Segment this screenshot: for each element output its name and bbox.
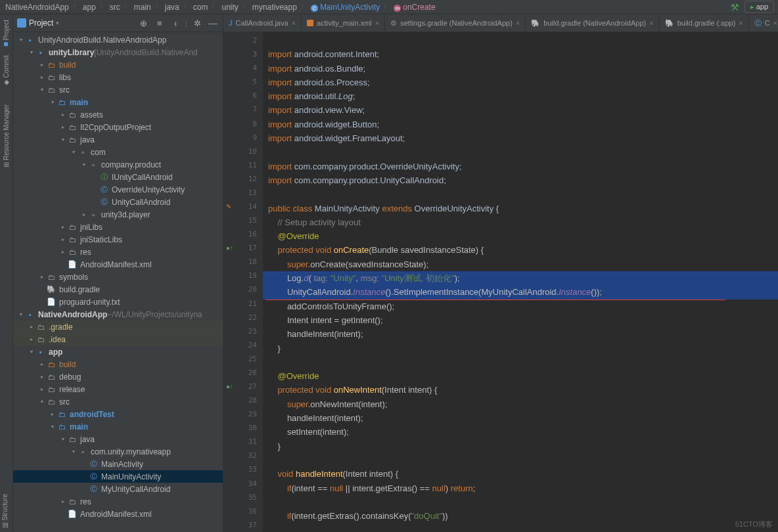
tree-row[interactable]: ▸🗀build <box>13 358 223 370</box>
code-line[interactable]: super.onNewIntent(intent); <box>263 397 778 411</box>
gutter-line[interactable]: 15 <box>223 213 262 227</box>
code-line[interactable] <box>263 355 778 369</box>
tree-row[interactable]: 📄AndroidManifest.xml <box>13 258 223 271</box>
tree-row[interactable]: ▸🗀libs <box>13 71 223 83</box>
close-icon[interactable]: × <box>739 19 743 27</box>
code-line[interactable] <box>263 453 778 467</box>
tree-row[interactable]: ▸🗀androidTest <box>13 408 223 420</box>
gutter-line[interactable]: 13 <box>223 186 262 200</box>
tree-row[interactable]: ⒸMyUnityCallAndroid <box>13 483 223 495</box>
tree-row[interactable]: ⒸUnityCallAndroid <box>13 196 223 208</box>
gutter-line[interactable]: 31 <box>223 435 262 449</box>
code-line[interactable]: ⊟ void handleIntent(Intent intent) { <box>263 467 778 481</box>
gutter-line[interactable]: 32 <box>223 449 262 462</box>
tree-row[interactable]: ▾▪NativeAndroidApp ~/WL/UnityProjects/un… <box>13 308 223 321</box>
code-line[interactable]: } <box>263 439 778 453</box>
gutter-line[interactable]: 18 <box>223 255 262 269</box>
tree-row[interactable]: ▾▫com <box>13 146 223 158</box>
gutter-line[interactable]: 10 <box>223 144 262 158</box>
editor-tab[interactable]: ⒸC× <box>749 14 778 32</box>
gutter-line[interactable]: 23 <box>223 324 262 338</box>
code-line[interactable] <box>263 33 778 47</box>
tree-row[interactable]: ⒸMainUnityActivity <box>13 470 223 483</box>
close-icon[interactable]: × <box>375 19 379 27</box>
tree-row[interactable]: ▾🗀main <box>13 420 223 433</box>
gutter-line[interactable]: 25 <box>223 352 262 366</box>
close-icon[interactable]: × <box>292 19 296 27</box>
gutter-line[interactable]: 11 <box>223 158 262 172</box>
gutter-line[interactable]: ●↑17 <box>223 241 262 255</box>
tree-row[interactable]: ▾▫company.product <box>13 158 223 171</box>
gutter-line[interactable]: 16 <box>223 227 262 241</box>
code-editor[interactable]: import android.content.Intent;import and… <box>263 32 778 532</box>
gutter-line[interactable]: 12 <box>223 172 262 186</box>
tree-row[interactable]: ▾▪UnityAndroidBuild.NativeAndroidApp <box>13 33 223 46</box>
code-line[interactable]: if(intent.getExtras().containsKey("doQui… <box>263 509 778 523</box>
tree-row[interactable]: ▸🗀assets <box>13 108 223 121</box>
code-line[interactable]: @Override <box>263 369 778 383</box>
gutter-line[interactable]: 6 <box>223 89 262 102</box>
close-icon[interactable]: × <box>649 19 653 27</box>
code-line[interactable]: ⊟public class MainUnityActivity extends … <box>263 202 778 215</box>
gutter-line[interactable]: 4 <box>223 61 262 75</box>
gutter-line[interactable]: 37 <box>223 518 262 532</box>
code-line[interactable] <box>263 187 778 201</box>
tree-row[interactable]: 📄proguard-unity.txt <box>13 296 223 308</box>
code-line[interactable]: @Override <box>263 229 778 243</box>
code-line[interactable]: import android.widget.FrameLayout; <box>263 131 778 145</box>
tree-row[interactable]: ▾▪app <box>13 345 223 358</box>
code-line[interactable]: Intent intent = getIntent(); <box>263 313 778 327</box>
gutter-line[interactable]: 21 <box>223 296 262 310</box>
tree-row[interactable]: ⒸMainActivity <box>13 458 223 470</box>
code-line[interactable]: ⊟ protected void onNewIntent(Intent inte… <box>263 383 778 397</box>
tree-row[interactable]: ▾🗀src <box>13 83 223 96</box>
sidebar-title[interactable]: Project ▾ <box>17 18 59 28</box>
editor-tab[interactable]: 🐘build.gradle (NativeAndroidApp)× <box>526 14 659 32</box>
project-tool-tab[interactable]: Project <box>1 17 11 49</box>
tree-row[interactable]: ⒾIUnityCallAndroid <box>13 171 223 183</box>
code-line[interactable]: import android.content.Intent; <box>263 47 778 61</box>
code-line[interactable]: setIntent(intent); <box>263 425 778 439</box>
close-icon[interactable]: × <box>516 19 520 27</box>
gutter-line[interactable]: 9 <box>223 131 262 144</box>
project-tree[interactable]: ▾▪UnityAndroidBuild.NativeAndroidApp▾▪un… <box>13 32 223 532</box>
hide-icon[interactable]: — <box>207 17 219 29</box>
gutter-line[interactable]: 5 <box>223 75 262 89</box>
tree-row[interactable]: ▾🗀java <box>13 433 223 445</box>
gutter-line[interactable]: 19 <box>223 269 262 282</box>
editor-tab[interactable]: activity_main.xml× <box>302 14 385 32</box>
editor-tab[interactable]: ⚙settings.gradle (NativeAndroidApp)× <box>385 14 526 32</box>
gutter-line[interactable]: 36 <box>223 504 262 518</box>
collapse-all-icon[interactable]: ⫞ <box>170 17 181 29</box>
gutter-line[interactable]: 20 <box>223 282 262 296</box>
gutter-line[interactable]: 22 <box>223 311 262 324</box>
tree-row[interactable]: ▾🗀src <box>13 395 223 408</box>
gutter-line[interactable]: 33 <box>223 462 262 476</box>
gutter-line[interactable]: 34 <box>223 477 262 491</box>
gutter-line[interactable]: ✎14 <box>223 200 262 213</box>
code-line[interactable]: import android.view.View; <box>263 103 778 117</box>
breadcrumb-item[interactable]: mynativeapp <box>251 3 298 12</box>
tree-row[interactable]: ▸🗀build <box>13 58 223 71</box>
editor-tabs[interactable]: JCallAndroid.java×activity_main.xml×⚙set… <box>223 14 778 32</box>
tree-row[interactable]: ▾🗀java <box>13 133 223 146</box>
gutter-line[interactable]: 24 <box>223 338 262 352</box>
code-line[interactable]: // Setup activity layout <box>263 215 778 229</box>
code-line[interactable]: 💡 UnityCallAndroid.Instance().SetImpleme… <box>263 285 778 299</box>
gutter-line[interactable]: 35 <box>223 491 262 504</box>
code-line[interactable]: import android.widget.Button; <box>263 118 778 131</box>
breadcrumb-item[interactable]: unity <box>220 3 239 12</box>
gutter-line[interactable]: 3 <box>223 47 262 61</box>
gutter-line[interactable]: 26 <box>223 366 262 380</box>
code-line[interactable]: super.onCreate(savedInstanceState); <box>263 257 778 271</box>
gutter-line[interactable]: ●↑27 <box>223 380 262 393</box>
tree-row[interactable]: ▸🗀debug <box>13 370 223 383</box>
breadcrumb-item[interactable]: java <box>164 3 181 12</box>
breadcrumb-item[interactable]: app <box>81 3 97 12</box>
breadcrumb-item[interactable]: NativeAndroidApp <box>4 3 70 12</box>
code-line[interactable]: ⊟import com.company.product.UnityCallAnd… <box>263 173 778 187</box>
line-gutter[interactable]: 2345678910111213✎141516●↑171819202122232… <box>223 32 263 532</box>
tree-row[interactable]: ▾▪unityLibrary [UnityAndroidBuild.Native… <box>13 46 223 58</box>
gutter-line[interactable]: 30 <box>223 421 262 435</box>
breadcrumb-item[interactable]: CMainUnityActivity <box>309 3 381 12</box>
